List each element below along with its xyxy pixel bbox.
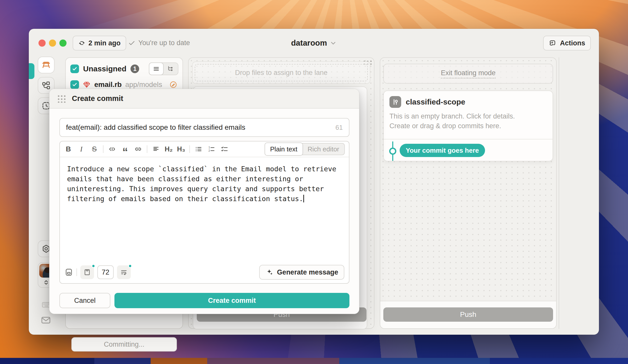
branch-footer: Push bbox=[380, 301, 556, 328]
commit-message-editor: B I S “ H₂ H₃ bbox=[59, 141, 349, 284]
workbench-icon bbox=[41, 60, 51, 70]
zoom-window-button[interactable] bbox=[59, 40, 67, 47]
heading3-button[interactable]: H₃ bbox=[177, 145, 185, 153]
list-view-icon bbox=[153, 65, 160, 72]
committing-label: Committing... bbox=[104, 341, 144, 348]
link-button[interactable] bbox=[134, 145, 142, 153]
toolbar-divider bbox=[76, 268, 77, 276]
sync-button[interactable]: 2 min ago bbox=[73, 36, 126, 50]
check-icon bbox=[72, 82, 78, 88]
project-switcher[interactable]: dataroom bbox=[291, 38, 337, 48]
dialog-drag-handle[interactable] bbox=[57, 95, 66, 103]
view-mode-toggle[interactable] bbox=[149, 62, 178, 75]
char-count: 61 bbox=[335, 124, 343, 132]
italic-button[interactable]: I bbox=[77, 145, 86, 153]
commit-placeholder-badge[interactable]: Your commit goes here bbox=[400, 144, 485, 157]
active-dot bbox=[91, 264, 95, 268]
bold-button[interactable]: B bbox=[64, 145, 73, 153]
traffic-lights[interactable] bbox=[38, 40, 67, 47]
strikethrough-button[interactable]: S bbox=[90, 145, 99, 153]
svg-text:1: 1 bbox=[208, 146, 210, 149]
quote-button[interactable]: “ bbox=[121, 145, 129, 153]
unassigned-checkbox[interactable] bbox=[70, 64, 79, 73]
rich-editor-tab[interactable]: Rich editor bbox=[303, 145, 344, 153]
active-dot bbox=[128, 264, 132, 268]
actions-icon bbox=[549, 39, 557, 47]
toolbar-divider bbox=[103, 145, 103, 153]
numbered-list-button[interactable]: 12 bbox=[207, 145, 216, 153]
generate-message-label: Generate message bbox=[277, 268, 338, 276]
sidebar-item-workspace[interactable] bbox=[38, 57, 55, 73]
ruler-button[interactable] bbox=[80, 265, 94, 279]
formatting-toolbar: B I S “ H₂ H₃ bbox=[60, 141, 349, 157]
text-caret bbox=[303, 195, 304, 202]
branches-icon bbox=[41, 81, 51, 90]
status-text: You're up to date bbox=[138, 39, 190, 47]
mail-icon bbox=[40, 315, 52, 326]
unassigned-header: Unassigned 1 bbox=[66, 58, 182, 79]
create-commit-button[interactable]: Create commit bbox=[114, 293, 349, 308]
file-name: email.rb bbox=[94, 81, 122, 89]
branch-push-button[interactable]: Push bbox=[383, 307, 553, 322]
file-row[interactable]: email.rb app/models bbox=[66, 79, 182, 89]
close-window-button[interactable] bbox=[38, 40, 46, 47]
cancel-label: Cancel bbox=[74, 297, 96, 305]
wallpaper-bottom-strip bbox=[0, 358, 628, 364]
commit-title-value: feat(email): add classified scope to fil… bbox=[66, 123, 245, 132]
branch-push-label: Push bbox=[460, 310, 476, 319]
lane-separator bbox=[559, 57, 559, 329]
dialog-title: Create commit bbox=[72, 94, 123, 103]
plain-text-tab[interactable]: Plain text bbox=[265, 142, 303, 156]
commit-message-textarea[interactable]: Introduce a new scope `classified` in th… bbox=[60, 157, 349, 210]
create-commit-dialog: Create commit feat(email): add classifie… bbox=[49, 89, 359, 314]
check-icon bbox=[128, 40, 135, 47]
committing-button: Committing... bbox=[71, 337, 177, 352]
toolbar-divider bbox=[147, 145, 147, 153]
list-view-button[interactable] bbox=[149, 62, 164, 75]
editor-footer: 72 Generate message bbox=[60, 261, 349, 283]
actions-button[interactable]: Actions bbox=[543, 36, 591, 50]
exit-floating-button[interactable]: Exit floating mode bbox=[383, 64, 553, 84]
create-commit-label: Create commit bbox=[208, 297, 256, 305]
unassigned-count-badge: 1 bbox=[130, 64, 139, 73]
drop-hint: Drop files to assign to the lane bbox=[195, 64, 368, 81]
file-path: app/models bbox=[125, 81, 162, 89]
modified-status-icon bbox=[169, 81, 177, 89]
drawer-tab[interactable] bbox=[29, 63, 34, 79]
branch-description-line1: This is an empty branch. Click for detai… bbox=[389, 111, 547, 121]
wrap-width-input[interactable]: 72 bbox=[97, 265, 114, 279]
feedback-button[interactable] bbox=[40, 315, 52, 326]
bullet-list-button[interactable] bbox=[194, 145, 203, 153]
generate-message-button[interactable]: Generate message bbox=[259, 265, 344, 280]
desktop: 2 min ago You're up to date dataroom Act… bbox=[0, 0, 628, 364]
heading2-button[interactable]: H₂ bbox=[165, 145, 173, 153]
actions-label: Actions bbox=[560, 39, 585, 47]
project-name: dataroom bbox=[291, 38, 327, 48]
minimize-window-button[interactable] bbox=[49, 40, 56, 47]
wrap-lines-button[interactable] bbox=[117, 265, 131, 279]
unassigned-title: Unassigned bbox=[83, 64, 126, 73]
cancel-button[interactable]: Cancel bbox=[59, 293, 110, 308]
sync-icon bbox=[78, 40, 85, 47]
ruby-file-icon bbox=[83, 81, 91, 89]
branch-card[interactable]: classified-scope This is an empty branch… bbox=[383, 90, 553, 161]
dialog-header[interactable]: Create commit bbox=[49, 89, 359, 109]
exit-floating-label: Exit floating mode bbox=[441, 69, 496, 79]
branch-card-header: classified-scope bbox=[384, 91, 553, 108]
code-button[interactable] bbox=[108, 145, 116, 153]
drop-zone: Drop files to assign to the lane bbox=[192, 61, 370, 84]
editor-mode-toggle[interactable]: Plain text Rich editor bbox=[265, 143, 345, 155]
commit-message-value: Introduce a new scope `classified` in th… bbox=[67, 165, 336, 203]
file-checkbox[interactable] bbox=[70, 80, 79, 89]
commit-placeholder-label: Your commit goes here bbox=[406, 147, 479, 154]
branch-icon bbox=[389, 96, 401, 108]
check-icon bbox=[72, 66, 78, 72]
sync-label: 2 min ago bbox=[88, 39, 121, 47]
chevron-down-icon bbox=[330, 40, 337, 47]
sparkles-icon bbox=[265, 268, 273, 276]
commit-title-input[interactable]: feat(email): add classified scope to fil… bbox=[59, 118, 349, 137]
commit-template-button[interactable] bbox=[64, 268, 73, 277]
checklist-button[interactable] bbox=[220, 145, 229, 153]
tree-view-button[interactable] bbox=[163, 63, 178, 75]
paragraph-button[interactable] bbox=[152, 145, 160, 153]
